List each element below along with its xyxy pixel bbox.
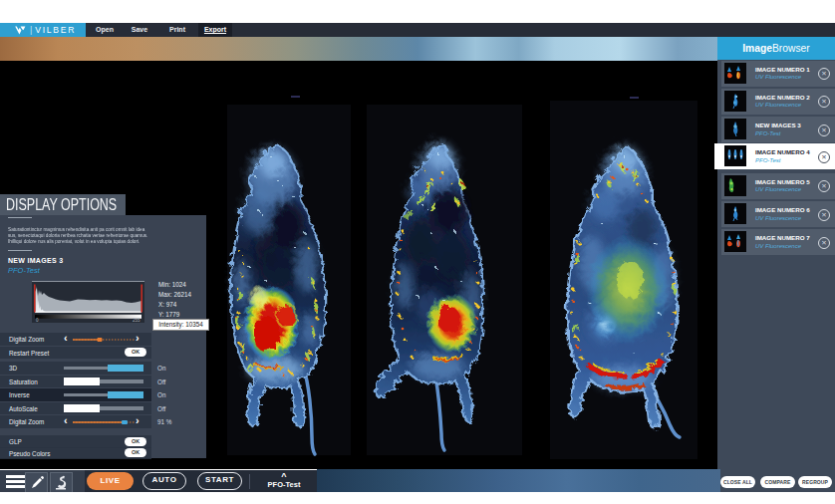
- svg-text:255: 255: [133, 318, 140, 323]
